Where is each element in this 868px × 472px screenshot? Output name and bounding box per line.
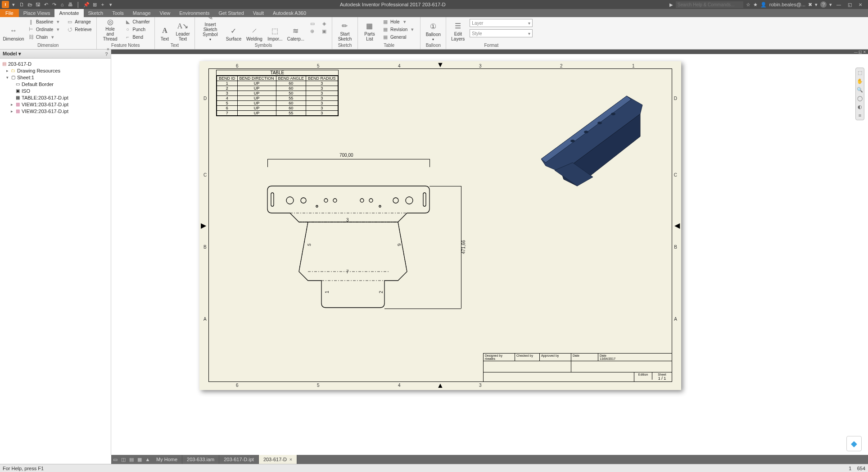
tab-vault[interactable]: Vault xyxy=(249,9,268,17)
user-label[interactable]: robin.beales@... xyxy=(769,2,805,7)
hole-thread-button[interactable]: ◎ Hole and Thread xyxy=(99,18,121,42)
edit-layers-button[interactable]: ☰Edit Layers xyxy=(449,18,467,42)
tree-drawing-resources[interactable]: ▸🗀Drawing Resources xyxy=(1,67,110,74)
tree-table[interactable]: ▦TABLE:203-617-D.ipt xyxy=(1,94,110,101)
doc-layout3-icon[interactable]: ▤ xyxy=(127,455,136,463)
hole-table-button[interactable]: ▦Hole▾ xyxy=(380,18,417,25)
iso-view[interactable] xyxy=(528,82,654,191)
doc-tab-home[interactable]: My Home xyxy=(152,455,182,464)
text-button[interactable]: AText xyxy=(158,18,172,42)
a360-badge-icon[interactable]: ◆ xyxy=(846,436,862,451)
import-button[interactable]: ⬚Impor... xyxy=(266,18,284,42)
star-icon[interactable]: ★ xyxy=(753,2,758,8)
user-icon[interactable]: 👤 xyxy=(760,2,767,8)
arrange-button[interactable]: ▭Arrange xyxy=(65,18,93,25)
symbol-a-button[interactable]: ▭ xyxy=(307,20,317,27)
leader-text-button[interactable]: A↘Leader Text xyxy=(174,18,192,42)
tree-sheet[interactable]: ▾▢Sheet:1 xyxy=(1,74,110,81)
help-dropdown-icon[interactable]: ▾ xyxy=(815,2,818,8)
ordinate-button[interactable]: ⊢Ordinate▾ xyxy=(26,26,63,33)
exchange-icon[interactable]: ✖ xyxy=(808,2,812,8)
restore-icon[interactable]: ◱ xyxy=(845,1,854,8)
open-icon[interactable]: 🗁 xyxy=(26,1,33,8)
nav-look-icon[interactable]: ◐ xyxy=(858,104,862,110)
collapse-icon[interactable]: ▾ xyxy=(5,75,10,80)
surface-button[interactable]: ✓Surface xyxy=(225,18,243,42)
doc-tab[interactable]: 203-617-D.ipt xyxy=(219,455,259,464)
style-combo[interactable]: Style▾ xyxy=(470,29,533,37)
new-icon[interactable]: 🗋 xyxy=(18,1,25,8)
star-outline-icon[interactable]: ☆ xyxy=(746,2,750,8)
chamfer-button[interactable]: ◣Chamfer xyxy=(123,18,152,25)
view-min-icon[interactable]: — xyxy=(854,50,858,54)
view-max-icon[interactable]: ◱ xyxy=(859,50,862,54)
nav-orbit-icon[interactable]: ◯ xyxy=(857,95,863,101)
browser-header[interactable]: Model ▾ ? xyxy=(0,50,111,59)
flat-pattern-view[interactable]: 700,00 xyxy=(263,159,497,321)
tree-view1[interactable]: ▸▩VIEW1:203-617-D.ipt xyxy=(1,101,110,108)
tab-sketch[interactable]: Sketch xyxy=(84,9,108,17)
home-icon[interactable]: ⌂ xyxy=(59,1,66,8)
general-table-button[interactable]: ▦General xyxy=(380,33,417,41)
title-arrow-icon[interactable]: ▶ xyxy=(669,2,673,7)
doc-tab[interactable]: 203-633.iam xyxy=(182,455,219,464)
doc-tab[interactable]: 203-617-D× xyxy=(259,455,297,464)
tab-view[interactable]: View xyxy=(155,9,175,17)
file-tab[interactable]: File xyxy=(0,9,19,17)
qat-more-icon[interactable]: ▾ xyxy=(107,1,114,8)
symbol-c-button[interactable]: ◈ xyxy=(319,20,329,27)
caterpillar-button[interactable]: ≋Caterp... xyxy=(286,18,306,42)
doc-layout4-icon[interactable]: ▦ xyxy=(136,455,144,463)
save-icon[interactable]: 🖫 xyxy=(34,1,41,8)
dimension-button[interactable]: ↔ Dimension xyxy=(3,18,24,42)
tree-iso[interactable]: ▣ISO xyxy=(1,87,110,94)
expand-icon[interactable]: ▸ xyxy=(9,102,14,107)
tab-manage[interactable]: Manage xyxy=(128,9,155,17)
layer-combo[interactable]: Layer▾ xyxy=(470,19,533,27)
tab-place-views[interactable]: Place Views xyxy=(19,9,55,17)
tab-autodesk-a360[interactable]: Autodesk A360 xyxy=(268,9,311,17)
balloon-button[interactable]: ①Balloon▾ xyxy=(423,18,443,42)
bend-button[interactable]: ⌐Bend xyxy=(123,33,152,41)
browser-close-icon[interactable]: × xyxy=(105,47,111,52)
qat-plus-icon[interactable]: + xyxy=(99,1,106,8)
qat-dropdown-icon[interactable]: ▾ xyxy=(10,1,17,8)
nav-more-icon[interactable]: ≡ xyxy=(859,113,861,118)
tab-tools[interactable]: Tools xyxy=(108,9,128,17)
start-sketch-button[interactable]: ✏Start Sketch xyxy=(335,18,355,42)
undo-icon[interactable]: ↶ xyxy=(42,1,50,8)
print-icon[interactable]: 🖶 xyxy=(67,1,74,8)
qat-pin-icon[interactable]: 📌 xyxy=(83,1,90,8)
tree-root[interactable]: ▤203-617-D xyxy=(1,60,110,67)
search-input[interactable] xyxy=(676,1,743,8)
bend-table[interactable]: TABLE BEND IDBEND DIRECTIONBEND ANGLEBEN… xyxy=(216,70,339,116)
nav-home-icon[interactable]: ⬚ xyxy=(858,70,862,76)
redo-icon[interactable]: ↷ xyxy=(50,1,58,8)
parts-list-button[interactable]: ▦Parts List xyxy=(361,18,379,42)
nav-zoom-icon[interactable]: 🔍 xyxy=(857,87,863,93)
drawing-canvas[interactable]: 6 5 4 3 2 1 6 5 4 3 D C B A D C B A xyxy=(114,54,865,455)
inventor-logo-icon[interactable]: I xyxy=(2,1,9,8)
tab-get-started[interactable]: Get Started xyxy=(214,9,249,17)
baseline-button[interactable]: ‖Baseline▾ xyxy=(26,18,63,25)
punch-button[interactable]: ○Punch xyxy=(123,26,152,33)
minimize-icon[interactable]: — xyxy=(835,1,843,8)
sketch-symbol-button[interactable]: ✎Insert Sketch Symbol▾ xyxy=(198,18,223,42)
view-close-icon[interactable]: ✕ xyxy=(863,50,866,54)
help-dd2-icon[interactable]: ▾ xyxy=(829,2,832,8)
qat-misc-icon[interactable]: ⊞ xyxy=(91,1,98,8)
title-block[interactable]: Designed byrbeales Checked by Approved b… xyxy=(483,353,672,382)
symbol-d-button[interactable]: ▣ xyxy=(319,27,329,35)
revision-button[interactable]: ▦Revision▾ xyxy=(380,26,417,33)
tab-annotate[interactable]: Annotate xyxy=(54,9,83,17)
chain-button[interactable]: ⛓Chain▾ xyxy=(26,33,63,41)
help-icon[interactable]: ? xyxy=(820,1,827,8)
tab-close-icon[interactable]: × xyxy=(289,457,292,462)
doc-layout2-icon[interactable]: ◫ xyxy=(119,455,127,463)
doc-expand-icon[interactable]: ▲ xyxy=(144,455,152,463)
retrieve-button[interactable]: ⭯Retrieve xyxy=(65,26,93,33)
tree-default-border[interactable]: ▭Default Border xyxy=(1,81,110,87)
doc-layout1-icon[interactable]: ▭ xyxy=(111,455,119,463)
welding-button[interactable]: ⟋Welding xyxy=(244,18,264,42)
expand-icon[interactable]: ▸ xyxy=(9,109,14,113)
